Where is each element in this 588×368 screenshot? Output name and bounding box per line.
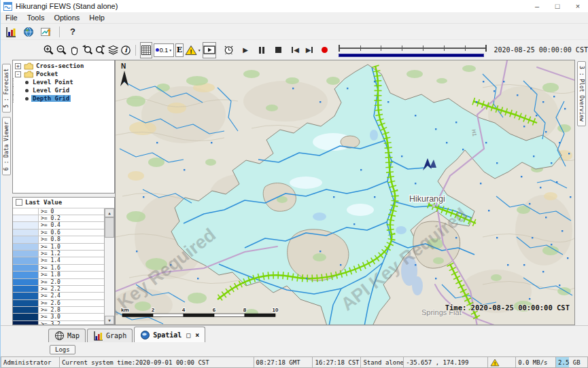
legend-label: >= 0.8 [39,236,104,242]
legend-label: >= 2.0 [39,279,104,285]
legend-swatch [13,251,39,257]
tab-graph[interactable]: Graph [87,329,133,342]
tab-close-icon[interactable]: × [195,331,199,339]
close-button[interactable]: × [568,2,588,10]
zoom-previous-button[interactable] [82,42,93,58]
legend-swatch [13,236,39,242]
tab-map[interactable]: Map [48,329,86,342]
minimize-button[interactable]: – [527,2,547,10]
last-value-checkbox[interactable] [16,199,22,206]
svg-text:8: 8 [243,307,247,313]
map-globe-icon [54,331,65,341]
legend-row[interactable]: >= 0 [13,208,104,215]
legend-row[interactable]: >= 0.4 [13,222,104,229]
tree-row[interactable]: +Cross-section [13,62,114,70]
menu-options[interactable]: Options [49,13,84,22]
legend-row[interactable]: >= 0.6 [13,229,104,236]
legend-row[interactable]: >= 2.6 [13,300,104,307]
tab-restore-icon[interactable]: □ [186,331,190,339]
shortcut-tab-data-viewer[interactable]: 6 : Data Viewer [2,117,11,175]
legend-row[interactable]: >= 3.2 [13,321,104,325]
legend-row[interactable]: >= 1.6 [13,265,104,272]
record-button[interactable] [319,42,330,58]
grid-display-button[interactable] [140,42,152,58]
menu-file[interactable]: File [1,13,22,22]
contour-threshold-dropdown[interactable]: 0.1 ▼ [154,43,174,57]
window-title: Hikurangi FEWS (Stand alone) [16,2,527,10]
app-window: Hikurangi FEWS (Stand alone) – □ × FileT… [0,0,588,368]
zoom-out-button[interactable] [56,42,67,58]
legend-label: >= 0.4 [39,222,104,228]
help-button[interactable]: ? [65,25,80,39]
tab-spatial[interactable]: Spatial□× [134,327,205,342]
zoom-next-button[interactable] [94,42,106,58]
tab-label: Map [67,332,80,339]
legend-swatch [13,257,39,263]
tree-row[interactable]: Level Point [13,78,114,86]
map-display-button[interactable] [21,25,36,39]
scrollbar-track[interactable] [105,217,114,316]
legend-row[interactable]: >= 1.2 [13,251,104,257]
legend-row[interactable]: >= 2.2 [13,286,104,293]
legend-row[interactable]: >= 0.8 [13,236,104,243]
zoom-in-button[interactable] [43,42,54,58]
pause-button[interactable] [256,42,268,58]
timeline-current-date: 2020-08-25 00:00:00 CST [494,46,587,54]
scroll-up-button[interactable]: ▲ [105,208,114,217]
legend-row[interactable]: >= 2.4 [13,293,104,299]
tab-label: Spatial [153,331,181,339]
menu-tools[interactable]: Tools [22,13,50,22]
timeline-slider[interactable] [339,42,487,58]
legend-row[interactable]: >= 1.0 [13,244,104,251]
labels-toggle-button[interactable]: E [175,43,184,57]
step-forward-button[interactable]: ▶ [304,42,315,58]
legend-label: >= 1.4 [39,257,104,263]
legend-row[interactable]: >= 3.0 [13,314,104,320]
scroll-down-button[interactable]: ▼ [105,316,114,325]
legend-class-list: >= 0>= 0.2>= 0.4>= 0.6>= 0.8>= 1.0>= 1.2… [13,208,105,325]
legend-swatch [13,321,39,325]
legend-scrollbar[interactable]: ▲ ▼ [105,208,114,325]
tree-row[interactable]: Level Grid [13,86,114,94]
legend-row[interactable]: >= 0.2 [13,215,104,222]
tree-row[interactable]: -Pocket [13,70,114,78]
timeseries-dialog-button[interactable] [3,25,18,39]
status-warning[interactable]: ! [487,356,515,368]
map-canvas[interactable]: H1 [116,60,575,325]
legend-label: >= 0 [39,208,104,215]
map-view[interactable]: H1 [115,60,575,325]
tree-expander-icon[interactable]: - [15,71,21,77]
pan-button[interactable] [69,42,80,58]
timer-button[interactable] [223,42,235,58]
tree-row[interactable]: Depth Grid [13,94,114,103]
town-label: Hikurangi [409,194,445,204]
scrollbar-thumb[interactable] [105,217,114,238]
animation-dialog-button[interactable] [203,42,216,58]
legend-row[interactable]: >= 2.8 [13,307,104,314]
thresholds-warning-dropdown[interactable]: ! ▼ [185,42,201,58]
legend-swatch [13,293,39,299]
legend-swatch [13,222,39,228]
legend-swatch [13,272,39,278]
tree-expander-icon[interactable]: + [15,63,21,69]
tree-indent [13,94,24,103]
stop-button[interactable] [273,42,285,58]
info-button[interactable]: i [120,42,132,58]
menu-help[interactable]: Help [84,13,109,22]
play-button[interactable]: ▶ [240,42,252,58]
shortcut-tab-forecast[interactable]: 5 : Forecast [2,64,11,113]
left-shortcut-strip: 5 : Forecast6 : Data Viewer [1,60,12,325]
legend-row[interactable]: >= 2.0 [13,279,104,286]
legend-row[interactable]: >= 1.8 [13,272,104,278]
spatial-display-button[interactable] [39,25,54,39]
display-tab-bar: MapGraphSpatial□× [1,325,588,342]
legend-swatch [13,208,39,215]
step-backward-button[interactable]: ◀ [290,42,301,58]
tree-indent [13,86,24,94]
maximize-button[interactable]: □ [547,2,568,10]
shortcut-tab-plot-overview[interactable]: 3 : Plot Overview [577,61,586,126]
layers-button[interactable] [107,42,119,58]
logs-button[interactable]: Logs [50,345,75,354]
legend-row[interactable]: >= 1.4 [13,257,104,264]
tree-node-label: Depth Grid [31,95,71,102]
